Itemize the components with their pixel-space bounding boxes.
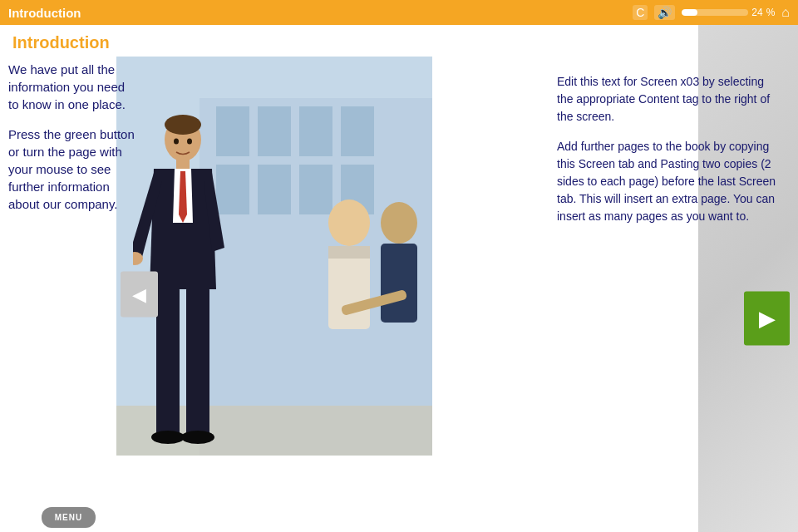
svg-rect-22 [186, 288, 209, 437]
svg-rect-3 [258, 106, 291, 156]
home-icon[interactable]: ⌂ [781, 5, 790, 20]
svg-rect-15 [381, 244, 417, 323]
svg-point-23 [151, 431, 185, 444]
next-button[interactable] [744, 291, 790, 345]
svg-point-11 [328, 200, 370, 246]
main-content: Introduction We have put all the informa… [0, 25, 798, 532]
progress-bar-background [682, 9, 748, 16]
svg-rect-4 [299, 106, 332, 156]
menu-button[interactable]: MENU [42, 507, 96, 528]
svg-point-14 [381, 202, 417, 244]
svg-rect-13 [328, 246, 370, 259]
menu-button-label: MENU [55, 513, 82, 522]
prev-button[interactable] [121, 272, 158, 318]
edit-instruction-text: Edit this text for Screen x03 by selecti… [557, 73, 777, 126]
caption-icon[interactable]: C [633, 5, 648, 20]
svg-rect-8 [299, 165, 332, 214]
press-text: Press the green button or turn the page … [8, 126, 137, 213]
svg-rect-7 [258, 165, 291, 214]
topbar-controls: C 🔊 24 % ⌂ [633, 5, 790, 20]
percent-sign: % [766, 7, 776, 18]
progress-bar-container: 24 % [682, 7, 775, 18]
image-background [116, 57, 432, 456]
svg-point-26 [187, 139, 192, 145]
section-header: Introduction [0, 25, 798, 57]
content-area: We have put all the information you need… [0, 57, 798, 532]
right-panel: Edit this text for Screen x03 by selecti… [544, 61, 790, 238]
svg-point-24 [181, 431, 214, 444]
add-instruction-text: Add further pages to the book by copying… [557, 138, 777, 225]
audio-icon[interactable]: 🔊 [654, 5, 675, 20]
topbar-title: Introduction [8, 6, 81, 20]
svg-rect-5 [341, 106, 374, 156]
progress-bar-fill [682, 9, 697, 16]
svg-rect-19 [176, 158, 190, 170]
topbar: Introduction C 🔊 24 % ⌂ [0, 0, 798, 25]
svg-point-25 [174, 139, 179, 145]
progress-percent: 24 [751, 7, 762, 18]
svg-rect-21 [156, 288, 180, 437]
center-image [116, 57, 432, 456]
svg-point-18 [165, 115, 201, 135]
intro-text: We have put all the information you need… [8, 61, 137, 113]
section-title: Introduction [12, 33, 110, 52]
